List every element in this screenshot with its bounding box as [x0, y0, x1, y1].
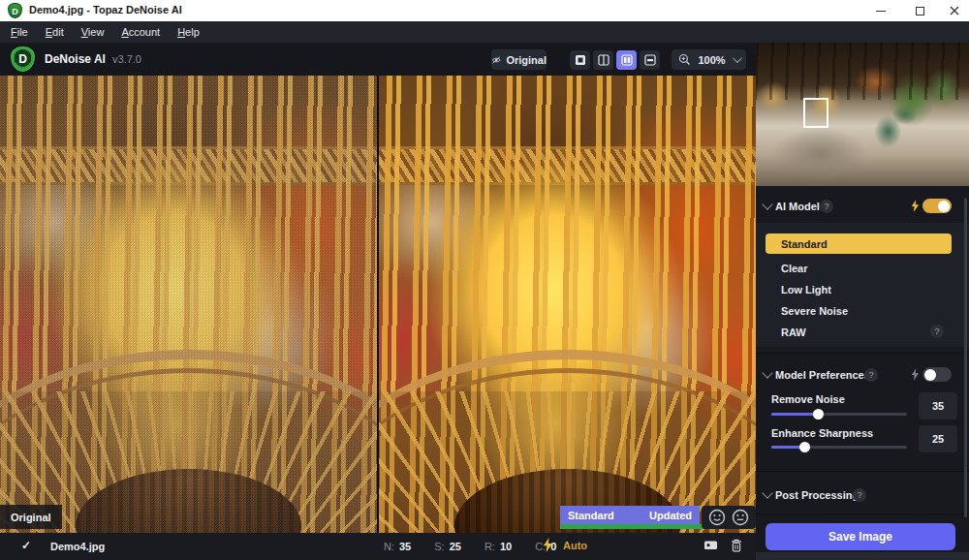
navigator-selection-box[interactable] — [803, 98, 828, 128]
view-single-button[interactable] — [570, 50, 590, 70]
image-viewer: Original Standard Updated — [0, 76, 756, 533]
window-title: Demo4.jpg - Topaz DeNoise AI — [29, 4, 182, 16]
model-option-severe-noise[interactable]: Severe Noise — [766, 300, 952, 321]
auto-bolt-icon-gray — [911, 368, 920, 381]
model-status-badge: Standard Updated — [560, 506, 700, 524]
remove-noise-value[interactable]: 35 — [919, 392, 957, 420]
ai-model-title: AI Model — [775, 201, 820, 212]
chevron-down-icon — [733, 53, 742, 63]
menu-file[interactable]: File — [2, 23, 37, 41]
toggle-original-button[interactable]: Original — [491, 49, 547, 70]
navigator-thumbnail[interactable] — [756, 43, 969, 186]
panel-scrollbar[interactable] — [964, 198, 967, 517]
model-preferences-header: Model Preferences ? — [756, 364, 969, 386]
param-s-label: S: — [434, 541, 444, 552]
menu-help[interactable]: Help — [169, 23, 208, 41]
remove-noise-slider[interactable] — [771, 409, 907, 420]
raw-help-icon[interactable]: ? — [930, 325, 944, 338]
trash-icon[interactable] — [731, 539, 742, 552]
section-divider — [756, 471, 969, 472]
model-option-low-light[interactable]: Low Light — [766, 279, 952, 299]
model-preferences-help-icon[interactable]: ? — [864, 368, 878, 382]
maximize-icon — [916, 7, 924, 16]
panel-footer — [756, 552, 969, 560]
post-processing-header: Post Processing ? — [756, 484, 969, 506]
app-window: D Demo4.jpg - Topaz DeNoise AI File Edit… — [0, 0, 969, 560]
app-name: DeNoise AI — [45, 52, 106, 66]
ai-model-list: Standard Clear Low Light Severe Noise RA… — [756, 223, 969, 347]
statusbar-icons — [703, 539, 742, 552]
post-processing-title: Post Processing — [775, 489, 859, 501]
collapse-chevron-icon[interactable] — [762, 487, 772, 498]
section-divider — [756, 513, 969, 514]
menu-view[interactable]: View — [73, 23, 113, 41]
minimize-button[interactable] — [864, 0, 897, 21]
model-preferences-title: Model Preferences — [775, 369, 870, 381]
param-r-value: 10 — [500, 541, 512, 552]
collapse-chevron-icon[interactable] — [762, 367, 772, 378]
auto-label: Auto — [563, 540, 587, 551]
original-pane-label: Original — [0, 505, 62, 529]
close-icon — [950, 6, 959, 16]
model-option-standard[interactable]: Standard — [766, 233, 952, 254]
model-option-raw[interactable]: RAW — [766, 322, 952, 342]
original-image-pane[interactable] — [0, 76, 377, 533]
single-view-icon — [575, 54, 586, 66]
slider-knob[interactable] — [813, 409, 824, 420]
badge-model-name: Standard — [568, 510, 614, 521]
menu-edit[interactable]: Edit — [37, 23, 73, 41]
ai-model-auto-toggle[interactable] — [922, 199, 952, 213]
feedback-buttons — [702, 506, 756, 529]
zoom-control[interactable]: 100% — [672, 49, 746, 70]
menubar: File Edit View Account Help — [0, 21, 969, 43]
enhance-sharpness-slider[interactable] — [771, 442, 907, 452]
remove-noise-label: Remove Noise — [771, 393, 845, 405]
toolbar: D DeNoise AI v3.7.0 Original — [0, 43, 756, 76]
model-option-clear[interactable]: Clear — [766, 258, 952, 278]
denoise-logo-icon: D — [11, 47, 35, 72]
auto-bolt-icon — [911, 200, 920, 212]
param-n-label: N: — [384, 541, 394, 552]
thumbnail-ceiling — [756, 43, 969, 100]
check-icon: ✓ — [21, 539, 31, 552]
auto-mode-toggle[interactable]: Auto — [543, 538, 587, 552]
param-s-value: 25 — [450, 541, 461, 552]
maximize-button[interactable] — [903, 0, 936, 21]
app-version: v3.7.0 — [112, 53, 141, 65]
split-view-icon — [598, 54, 610, 66]
side-by-side-view-icon — [621, 54, 633, 66]
app-logo-icon: D — [8, 3, 22, 18]
preview-image-icon[interactable] — [703, 539, 718, 551]
post-processing-help-icon[interactable]: ? — [853, 488, 866, 502]
slider-fill — [771, 413, 819, 416]
model-preferences-auto-toggle[interactable] — [922, 367, 952, 382]
minimize-icon — [876, 11, 886, 12]
processed-image-pane[interactable] — [379, 76, 756, 533]
section-divider — [756, 353, 969, 354]
close-button[interactable] — [938, 0, 969, 21]
collapse-chevron-icon[interactable] — [762, 199, 772, 209]
toggle-knob — [924, 369, 936, 381]
toggle-knob — [938, 201, 950, 212]
settings-panel: AI Model ? Standard Clear Low Light Seve… — [756, 43, 969, 560]
ai-model-help-icon[interactable]: ? — [820, 200, 833, 213]
slider-fill — [771, 446, 805, 449]
happy-face-button[interactable] — [708, 509, 726, 526]
top-bottom-view-icon — [644, 54, 656, 66]
ai-model-header: AI Model ? — [756, 196, 969, 217]
param-r-label: R: — [484, 541, 495, 552]
neutral-face-button[interactable] — [732, 509, 749, 526]
original-button-label: Original — [506, 54, 547, 66]
view-side-by-side-button[interactable] — [616, 50, 637, 70]
view-top-bottom-button[interactable] — [640, 50, 660, 70]
enhance-sharpness-label: Enhance Sharpness — [771, 427, 873, 439]
parameter-readout: N:35 S:25 R:10 C:0 — [384, 541, 556, 552]
zoom-level: 100% — [698, 54, 725, 66]
save-image-button[interactable]: Save Image — [766, 523, 955, 550]
menu-account[interactable]: Account — [112, 23, 169, 41]
view-split-button[interactable] — [593, 50, 613, 70]
statusbar-filename[interactable]: Demo4.jpg — [50, 541, 105, 552]
slider-knob[interactable] — [799, 442, 810, 452]
enhance-sharpness-value[interactable]: 25 — [919, 425, 957, 452]
titlebar: D Demo4.jpg - Topaz DeNoise AI — [0, 0, 969, 21]
